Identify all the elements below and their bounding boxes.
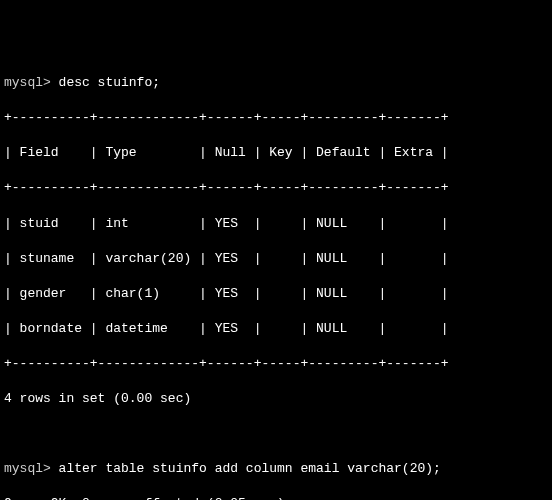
mysql-prompt: mysql>: [4, 461, 59, 476]
rows-summary: 4 rows in set (0.00 sec): [4, 390, 548, 408]
command-text: desc stuinfo;: [59, 75, 160, 90]
table-border: +----------+-------------+------+-----+-…: [4, 355, 548, 373]
table-border: +----------+-------------+------+-----+-…: [4, 179, 548, 197]
table-row: | stuid | int | YES | | NULL | |: [4, 215, 548, 233]
blank-line: [4, 425, 548, 443]
query-ok-line: Query OK, 0 rows affected (0.05 sec): [4, 495, 548, 500]
command-text: alter table stuinfo add column email var…: [59, 461, 441, 476]
table-row: | borndate | datetime | YES | | NULL | |: [4, 320, 548, 338]
table-border: +----------+-------------+------+-----+-…: [4, 109, 548, 127]
prompt-line-1[interactable]: mysql> desc stuinfo;: [4, 74, 548, 92]
table-row: | gender | char(1) | YES | | NULL | |: [4, 285, 548, 303]
table-row: | stuname | varchar(20) | YES | | NULL |…: [4, 250, 548, 268]
table-header: | Field | Type | Null | Key | Default | …: [4, 144, 548, 162]
mysql-prompt: mysql>: [4, 75, 59, 90]
prompt-line-2[interactable]: mysql> alter table stuinfo add column em…: [4, 460, 548, 478]
